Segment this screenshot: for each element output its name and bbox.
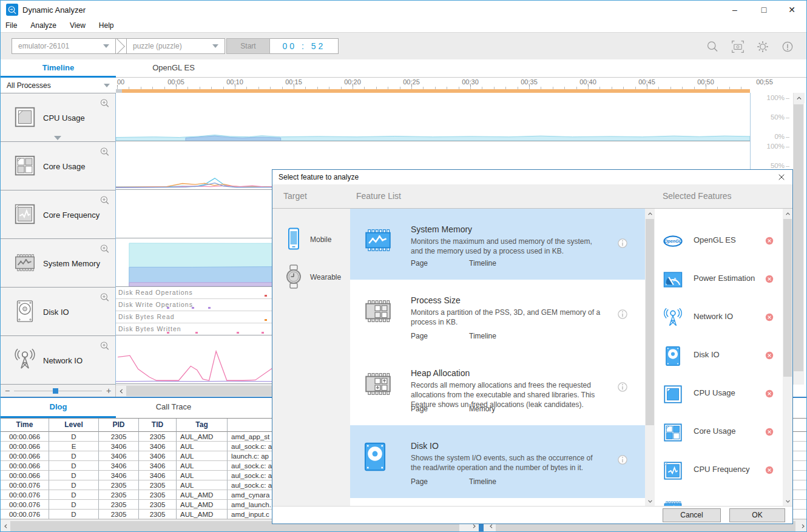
scroll-up-arrow[interactable] <box>783 209 792 218</box>
disk-row-label: Disk Bytes Written <box>118 325 181 332</box>
scroll-up-arrow[interactable] <box>645 209 655 218</box>
remove-feature-icon[interactable] <box>763 235 775 247</box>
selected-feature-label: CPU Frequency <box>694 465 749 474</box>
remove-feature-icon[interactable] <box>763 388 775 400</box>
selected-feature-core-usage: Core Usage <box>655 413 783 451</box>
remove-feature-icon[interactable] <box>763 349 775 362</box>
menu-file[interactable]: File <box>5 21 17 30</box>
sidebar-item-label: CPU Usage <box>43 93 85 142</box>
dlog-cell: D <box>49 471 99 480</box>
remove-feature-icon[interactable] <box>763 464 775 476</box>
feature-row-heap-allocation[interactable]: Heap AllocationRecords all memory alloca… <box>350 352 645 425</box>
svg-text:A: A <box>673 277 677 283</box>
info-icon[interactable] <box>615 452 630 468</box>
zoom-slider-track[interactable] <box>14 391 102 391</box>
remove-feature-icon[interactable] <box>763 311 775 323</box>
start-button[interactable]: Start <box>226 38 270 54</box>
about-icon[interactable] <box>780 39 795 55</box>
scroll-down-arrow[interactable] <box>645 496 655 506</box>
menu-analyze[interactable]: Analyze <box>30 21 56 30</box>
feature-row-disk-io[interactable]: Disk IOShows the system I/O events, such… <box>350 425 645 498</box>
feature-title: Disk IO <box>411 441 439 451</box>
sidebar-item-disk-io[interactable]: Disk IO <box>1 288 115 336</box>
maximize-button[interactable]: □ <box>752 1 776 19</box>
search-icon[interactable] <box>704 39 720 55</box>
column-header-selected-features: Selected Features <box>663 191 732 201</box>
remove-feature-icon[interactable] <box>763 426 775 438</box>
magnifier-plus-icon[interactable] <box>98 243 112 256</box>
axis-label: 0% <box>754 133 785 140</box>
tab-call-trace[interactable]: Call Trace <box>116 398 231 418</box>
feature-list-scrollbar[interactable] <box>645 209 655 506</box>
target-item-wearable[interactable]: Wearable <box>272 258 350 296</box>
process-filter-select[interactable]: All Processes <box>1 78 116 93</box>
feature-row-process-size[interactable]: Process SizeMonitors a partition of the … <box>350 280 645 352</box>
magnifier-plus-icon[interactable] <box>98 194 112 207</box>
scroll-down-arrow[interactable] <box>783 496 792 506</box>
feature-list-scroll-thumb[interactable] <box>646 219 654 425</box>
device-select[interactable]: emulator-26101 <box>12 38 116 54</box>
selected-features-scrollbar[interactable] <box>783 209 792 506</box>
tab-timeline[interactable]: Timeline <box>1 59 116 78</box>
screenshot-icon[interactable] <box>730 39 746 55</box>
selected-feature-label: Disk IO <box>694 350 720 359</box>
zoom-in-button[interactable]: + <box>102 386 115 396</box>
dlog-column-header-level[interactable]: Level <box>49 419 99 432</box>
dlog-cell: 2305 <box>99 510 139 519</box>
tab-opengl-es[interactable]: OpenGL ES <box>116 59 231 78</box>
gear-icon[interactable] <box>755 39 771 55</box>
dlog-column-header-tag[interactable]: Tag <box>177 419 228 432</box>
minimize-button[interactable]: – <box>723 1 747 19</box>
target-list-padding <box>272 209 350 221</box>
wearable-icon <box>281 262 306 294</box>
process-filter-value: All Processes <box>7 81 51 90</box>
scroll-right-arrow[interactable] <box>798 520 807 532</box>
vertical-scrollbar-thumb[interactable] <box>794 104 803 371</box>
menu-help[interactable]: Help <box>99 21 114 30</box>
dlog-column-header-time[interactable]: Time <box>1 419 49 432</box>
column-header-target: Target <box>283 191 307 201</box>
remove-feature-icon[interactable] <box>763 273 775 285</box>
info-icon[interactable] <box>615 306 630 322</box>
magnifier-plus-icon[interactable] <box>98 291 112 305</box>
dialog-close-icon[interactable] <box>775 171 788 183</box>
dlog-cell: 3406 <box>139 442 177 451</box>
magnifier-plus-icon[interactable] <box>98 146 112 159</box>
power-estimation-icon: A <box>662 269 684 293</box>
disk-io-mark <box>195 332 198 334</box>
dlog-column-header-tid[interactable]: TID <box>139 419 177 432</box>
sidebar-item-core-usage[interactable]: Core Usage <box>1 142 115 190</box>
target-item-mobile[interactable]: Mobile <box>272 221 350 258</box>
zoom-slider-handle[interactable] <box>53 388 58 394</box>
ok-button[interactable]: OK <box>729 508 785 522</box>
menu-view[interactable]: View <box>70 21 86 30</box>
sidebar-item-cpu-usage[interactable]: CPU Usage <box>1 93 115 142</box>
selected-feature-disk-io: Disk IO <box>655 337 783 375</box>
scroll-left-arrow[interactable] <box>116 385 126 397</box>
dlog-column-header-pid[interactable]: PID <box>99 419 139 432</box>
dlog-cell: 2305 <box>99 500 139 510</box>
magnifier-plus-icon[interactable] <box>98 340 112 353</box>
select-feature-dialog: Select feature to analyze Target Feature… <box>272 169 793 524</box>
timer-display: 00 : 52 <box>270 38 339 54</box>
dlog-cell: AUL <box>177 442 228 451</box>
collapse-arrow-icon[interactable] <box>54 136 61 140</box>
feature-tags: PageTimeline <box>411 477 527 486</box>
tab-dlog[interactable]: Dlog <box>1 398 116 418</box>
info-icon[interactable] <box>615 379 630 395</box>
chevron-down-icon <box>104 84 110 87</box>
selected-features-scroll-thumb[interactable] <box>783 219 792 377</box>
sidebar-item-core-frequency[interactable]: Core Frequency <box>1 190 115 239</box>
info-icon[interactable] <box>615 235 630 251</box>
sidebar-item-network-io[interactable]: Network IO <box>1 336 115 385</box>
close-button[interactable]: ✕ <box>780 1 804 19</box>
scroll-left-arrow[interactable] <box>1 520 10 532</box>
app-select[interactable]: puzzle (puzzle) <box>126 38 225 54</box>
ruler-label: 00;10 <box>220 78 250 86</box>
zoom-out-button[interactable]: − <box>1 386 14 396</box>
sidebar-item-system-memory[interactable]: System Memory <box>1 239 115 288</box>
cancel-button[interactable]: Cancel <box>663 508 721 522</box>
magnifier-plus-icon[interactable] <box>98 97 112 110</box>
scroll-up-arrow[interactable] <box>794 93 805 103</box>
feature-row-system-memory[interactable]: System MemoryMonitors the maximum and us… <box>350 209 645 280</box>
